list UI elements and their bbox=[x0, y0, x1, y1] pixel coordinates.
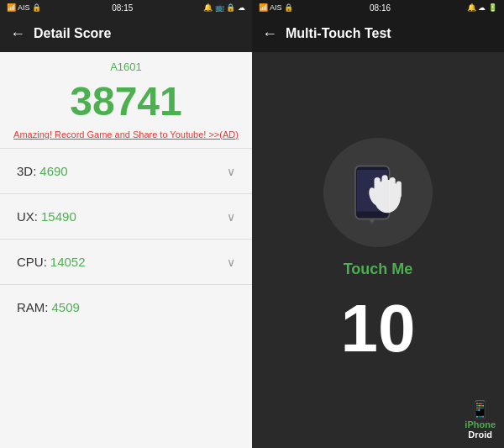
ux-chevron-icon: ∨ bbox=[227, 210, 235, 224]
total-score: 38741 bbox=[0, 78, 252, 124]
3d-score-row[interactable]: 3D: 4690 ∨ bbox=[0, 149, 252, 194]
svg-rect-5 bbox=[382, 175, 388, 196]
ram-value: 4509 bbox=[52, 300, 80, 314]
ux-label: UX: bbox=[17, 209, 38, 224]
right-status-right: 🔔 ☁ 🔋 bbox=[467, 3, 497, 12]
3d-score-label-group: 3D: 4690 bbox=[17, 164, 68, 178]
watermark-line2: Droid bbox=[468, 430, 492, 440]
cpu-label: CPU: bbox=[17, 255, 47, 269]
cpu-chevron-icon: ∨ bbox=[227, 256, 235, 269]
touch-icon-container bbox=[323, 138, 433, 247]
cpu-value: 14052 bbox=[50, 255, 86, 269]
left-page-title: Detail Score bbox=[34, 26, 111, 41]
watermark-icon: 📱 bbox=[470, 399, 491, 419]
touch-icon bbox=[340, 155, 416, 230]
svg-rect-6 bbox=[390, 177, 396, 197]
left-content: A1601 38741 Amazing! Record Game and Sha… bbox=[0, 52, 252, 448]
ux-score-label-group: UX: 15490 bbox=[17, 209, 76, 224]
ram-label: RAM: bbox=[17, 300, 49, 314]
left-status-icons: 📶 AIS 🔒 bbox=[7, 3, 41, 12]
svg-point-9 bbox=[370, 219, 375, 223]
left-panel: 📶 AIS 🔒 08:15 🔔 📺 🔒 ☁ ← Detail Score A16… bbox=[0, 0, 252, 448]
left-back-button[interactable]: ← bbox=[10, 25, 25, 43]
ram-score-row[interactable]: RAM: 4509 bbox=[0, 285, 252, 329]
right-status-icons: 📶 AIS 🔒 bbox=[259, 3, 293, 12]
ad-text[interactable]: Amazing! Record Game and Share to Youtub… bbox=[0, 129, 252, 140]
right-time: 08:16 bbox=[370, 3, 391, 13]
right-content[interactable]: Touch Me 10 📱 iPhone Droid bbox=[252, 52, 504, 448]
cpu-score-row[interactable]: CPU: 14052 ∨ bbox=[0, 240, 252, 285]
left-header: ← Detail Score bbox=[0, 15, 252, 52]
touch-count: 10 bbox=[341, 295, 416, 362]
left-statusbar: 📶 AIS 🔒 08:15 🔔 📺 🔒 ☁ bbox=[0, 0, 252, 15]
left-status-right-icons: 🔔 📺 🔒 ☁ bbox=[203, 3, 245, 12]
3d-label: 3D: bbox=[17, 164, 36, 178]
right-back-button[interactable]: ← bbox=[262, 25, 277, 43]
right-panel: 📶 AIS 🔒 08:16 🔔 ☁ 🔋 ← Multi-Touch Test bbox=[252, 0, 504, 448]
right-page-title: Multi-Touch Test bbox=[286, 26, 391, 41]
left-time: 08:15 bbox=[112, 3, 133, 13]
touch-me-label: Touch Me bbox=[344, 261, 413, 278]
right-header: ← Multi-Touch Test bbox=[252, 15, 504, 52]
ux-value: 15490 bbox=[41, 209, 76, 224]
svg-rect-7 bbox=[396, 182, 402, 198]
right-statusbar: 📶 AIS 🔒 08:16 🔔 ☁ 🔋 bbox=[252, 0, 504, 15]
watermark: 📱 iPhone Droid bbox=[465, 399, 496, 440]
ux-score-row[interactable]: UX: 15490 ∨ bbox=[0, 194, 252, 240]
3d-value: 4690 bbox=[39, 164, 67, 178]
watermark-line1: iPhone bbox=[465, 419, 496, 430]
3d-chevron-icon: ∨ bbox=[227, 165, 235, 178]
ram-score-label-group: RAM: 4509 bbox=[17, 300, 80, 314]
cpu-score-label-group: CPU: 14052 bbox=[17, 255, 86, 269]
device-label: A1601 bbox=[0, 61, 252, 73]
